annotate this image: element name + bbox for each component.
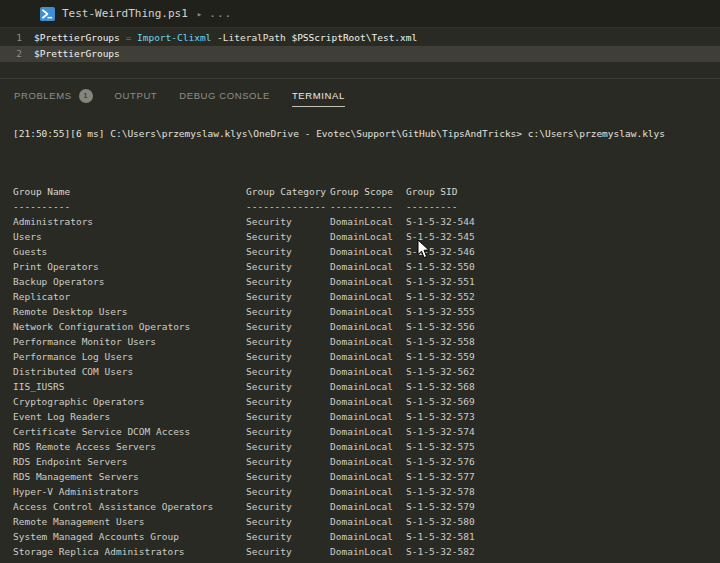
table-cell: DomainLocal (330, 274, 406, 289)
table-row: GuestsSecurityDomainLocalS-1-5-32-546 (13, 244, 720, 259)
tab-label: OUTPUT (115, 90, 158, 101)
table-cell: Guests (13, 244, 246, 259)
table-row: ReplicatorSecurityDomainLocalS-1-5-32-55… (13, 289, 720, 304)
table-cell: Security (246, 229, 330, 244)
panel-tabs: PROBLEMS1OUTPUTDEBUG CONSOLETERMINAL (0, 79, 720, 112)
table-row: RDS Management ServersSecurityDomainLoca… (13, 469, 720, 484)
table-cell: DomainLocal (330, 424, 406, 439)
code-text: $PrettierGroups (34, 46, 120, 62)
table-cell: S-1-5-32-579 (406, 499, 720, 514)
table-cell: DomainLocal (330, 304, 406, 319)
column-separator: ----------- (330, 199, 406, 214)
table-cell: S-1-5-32-578 (406, 484, 720, 499)
column-header: Group Scope (330, 184, 406, 199)
table-row: Storage Replica AdministratorsSecurityDo… (13, 544, 720, 559)
table-cell: Security (246, 289, 330, 304)
table-cell: Security (246, 409, 330, 424)
table-cell: Security (246, 334, 330, 349)
table-cell: Storage Replica Administrators (13, 544, 246, 559)
table-row: Access Control Assistance OperatorsSecur… (13, 499, 720, 514)
table-cell: Security (246, 454, 330, 469)
table-separator-row: ----------------------------------------… (13, 199, 720, 214)
table-cell: S-1-5-32-545 (406, 229, 720, 244)
table-cell: S-1-5-32-550 (406, 259, 720, 274)
panel-tab-terminal[interactable]: TERMINAL (292, 79, 345, 112)
column-header: Group Category (246, 184, 330, 199)
table-cell: S-1-5-32-552 (406, 289, 720, 304)
table-cell: S-1-5-32-574 (406, 424, 720, 439)
table-cell: Distributed COM Users (13, 364, 246, 379)
breadcrumb-more[interactable]: ... (209, 7, 232, 20)
table-cell: DomainLocal (330, 529, 406, 544)
table-header-row: Group NameGroup CategoryGroup ScopeGroup… (13, 184, 720, 199)
table-row: Backup OperatorsSecurityDomainLocalS-1-5… (13, 274, 720, 289)
column-header: Group Name (13, 184, 246, 199)
table-cell: Remote Management Users (13, 514, 246, 529)
table-cell: S-1-5-32-562 (406, 364, 720, 379)
table-cell: S-1-5-21-853615085-9870445320-2163509650… (406, 559, 720, 563)
code-text: $PrettierGroups = Import-Clixml -Literal… (34, 30, 417, 46)
table-cell: S-1-5-32-558 (406, 334, 720, 349)
table-cell: Performance Monitor Users (13, 334, 246, 349)
table-cell: Security (246, 559, 330, 563)
table-row: System Managed Accounts GroupSecurityDom… (13, 529, 720, 544)
table-cell: Security (246, 379, 330, 394)
column-separator: -------------- (246, 199, 330, 214)
terminal[interactable]: [21:50:55][6 ms] C:\Users\przemyslaw.kly… (0, 112, 720, 563)
table-row: Performance Monitor UsersSecurityDomainL… (13, 334, 720, 349)
table-cell: DomainLocal (330, 394, 406, 409)
table-cell: DomainLocal (330, 334, 406, 349)
table-cell: Hyper-V Administrators (13, 484, 246, 499)
table-cell: Cryptographic Operators (13, 394, 246, 409)
line-number: 1 (0, 30, 34, 46)
vscode-window: { "topbar": { "file_name": "Test-WeirdTh… (0, 0, 720, 563)
table-cell: DomainLocal (330, 484, 406, 499)
table-cell: Print Operators (13, 259, 246, 274)
table-cell: S-1-5-32-580 (406, 514, 720, 529)
table-cell: S-1-5-32-575 (406, 439, 720, 454)
table-cell: IIS_IUSRS (13, 379, 246, 394)
panel-tab-output[interactable]: OUTPUT (115, 79, 158, 112)
code-editor[interactable]: 1$PrettierGroups = Import-Clixml -Litera… (0, 28, 720, 77)
table-row: RDS Remote Access ServersSecurityDomainL… (13, 439, 720, 454)
table-cell: Remote Desktop Users (13, 304, 246, 319)
table-cell: Backup Operators (13, 274, 246, 289)
column-separator: ---------- (13, 199, 246, 214)
table-cell: S-1-5-32-555 (406, 304, 720, 319)
table-cell: DomainLocal (330, 499, 406, 514)
table-row: Remote Desktop UsersSecurityDomainLocalS… (13, 304, 720, 319)
table-cell: DomainLocal (330, 544, 406, 559)
table-cell: Security (246, 259, 330, 274)
table-cell: DomainLocal (330, 379, 406, 394)
bottom-panel: PROBLEMS1OUTPUTDEBUG CONSOLETERMINAL [21… (0, 78, 720, 563)
table-cell: Security (246, 529, 330, 544)
table-cell: Security (246, 244, 330, 259)
table-cell: Security (246, 364, 330, 379)
table-cell: S-1-5-32-576 (406, 454, 720, 469)
table-cell: Security (246, 544, 330, 559)
column-separator: --------- (406, 199, 720, 214)
table-cell: S-1-5-32-551 (406, 274, 720, 289)
table-cell: DomainLocal (330, 214, 406, 229)
table-cell: Security (246, 304, 330, 319)
table-cell: Security (246, 514, 330, 529)
terminal-output-table: Group NameGroup CategoryGroup ScopeGroup… (13, 184, 720, 563)
editor-line[interactable]: 1$PrettierGroups = Import-Clixml -Litera… (0, 30, 720, 46)
table-cell: Security (246, 274, 330, 289)
problems-count-badge: 1 (79, 89, 93, 103)
table-row: RDS Endpoint ServersSecurityDomainLocalS… (13, 454, 720, 469)
editor-line[interactable]: 2$PrettierGroups (0, 46, 720, 62)
table-cell: DomainLocal (330, 469, 406, 484)
panel-tab-problems[interactable]: PROBLEMS1 (14, 79, 93, 112)
editor-lines: 1$PrettierGroups = Import-Clixml -Litera… (0, 30, 720, 62)
table-cell: S-1-5-32-568 (406, 379, 720, 394)
file-name[interactable]: Test-WeirdThing.ps1 (62, 7, 188, 20)
table-cell: S-1-5-32-569 (406, 394, 720, 409)
table-row: Print OperatorsSecurityDomainLocalS-1-5-… (13, 259, 720, 274)
powershell-icon (40, 7, 55, 21)
table-cell: S-1-5-32-559 (406, 349, 720, 364)
tab-label: DEBUG CONSOLE (179, 90, 270, 101)
panel-tab-debug-console[interactable]: DEBUG CONSOLE (179, 79, 270, 112)
table-cell: DomainLocal (330, 244, 406, 259)
table-cell: Domain Computers (13, 559, 246, 563)
